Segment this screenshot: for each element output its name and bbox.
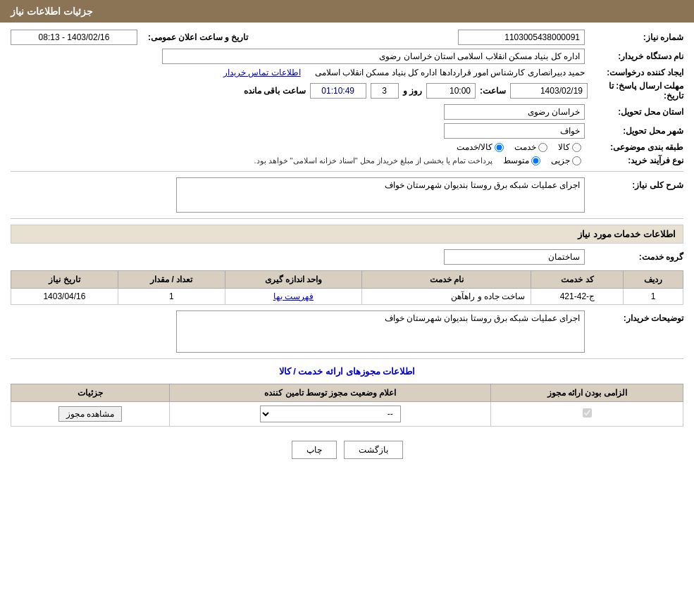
category-radio-group: کالا خدمت کالا/خدمت bbox=[457, 142, 581, 152]
cell-tedad: 1 bbox=[118, 289, 225, 305]
nam-dastgah-label: نام دستگاه خریدار: bbox=[592, 51, 683, 61]
ijad-konande-label: ایجاد کننده درخواست: bbox=[592, 68, 683, 77]
col-nam-khedmat: نام خدمت bbox=[362, 271, 531, 289]
cell-tarikh: 1403/04/16 bbox=[11, 289, 118, 305]
radio-jozii-label: جزیی bbox=[551, 156, 570, 165]
license-table: الزامی بودن ارائه مجوز اعلام وضعیت مجوز … bbox=[11, 384, 683, 427]
ijad-konande-value: حمید دبیرانصاری کارشناس امور قراردادها ا… bbox=[315, 68, 585, 77]
cell-vahed[interactable]: فهرست بها bbox=[225, 289, 361, 305]
saat-label: ساعت: bbox=[480, 86, 506, 96]
tarikh-niaz-value: 1403/02/19 bbox=[510, 83, 588, 99]
back-button[interactable]: بازگشت bbox=[344, 441, 403, 459]
radio-kala: کالا bbox=[558, 142, 581, 152]
tosifat-label: توضیحات خریدار: bbox=[592, 310, 683, 323]
license-checkbox bbox=[583, 408, 592, 417]
col-radif: ردیف bbox=[624, 271, 683, 289]
shomare-niaz-label: شماره نیاز: bbox=[592, 32, 683, 42]
services-table: ردیف کد خدمت نام خدمت واحد اندازه گیری ت… bbox=[11, 270, 683, 305]
col-details: جزئیات bbox=[11, 384, 170, 402]
radio-khedmat-input[interactable] bbox=[538, 143, 547, 152]
license-details-cell: مشاهده مجوز bbox=[11, 402, 170, 427]
shahr-value: خواف bbox=[444, 123, 585, 139]
radio-jozii: جزیی bbox=[551, 156, 581, 165]
footer-buttons: بازگشت چاپ bbox=[11, 441, 683, 459]
nam-dastgah-value: اداره کل بنیاد مسکن انقلاب اسلامی استان … bbox=[162, 49, 585, 64]
radio-kala-khedmat-label: کالا/خدمت bbox=[457, 142, 492, 152]
col-status: اعلام وضعیت مجوز توسط تامین کننده bbox=[170, 384, 491, 402]
col-tarikh: تاریخ نیاز bbox=[11, 271, 118, 289]
shahr-label: شهر محل تحویل: bbox=[592, 126, 683, 136]
table-row: 1 ج-42-421 ساخت جاده و راهآهن فهرست بها … bbox=[11, 289, 683, 305]
baghi-mande-value: 01:10:49 bbox=[310, 83, 366, 99]
radio-motevaset: متوسط bbox=[503, 156, 540, 165]
buyer-desc-textarea[interactable] bbox=[176, 310, 585, 353]
radio-motevaset-input[interactable] bbox=[531, 156, 540, 165]
radio-khedmat-label: خدمت bbox=[514, 142, 536, 152]
radio-kala-khedmat: کالا/خدمت bbox=[457, 142, 504, 152]
ettelaat-tamas-link[interactable]: اطلاعات تماس خریدار bbox=[223, 68, 301, 77]
ostan-value: خراسان رضوی bbox=[444, 104, 585, 120]
radio-jozii-input[interactable] bbox=[572, 156, 581, 165]
tabaqe-bandi-label: طبقه بندی موضوعی: bbox=[592, 142, 683, 152]
roz-label: روز و bbox=[403, 86, 422, 96]
roz-value: 3 bbox=[371, 83, 399, 99]
purchase-type-radio-group: جزیی متوسط bbox=[503, 156, 581, 165]
col-tedad: تعداد / مقدار bbox=[118, 271, 225, 289]
license-section-title: اطلاعات مجوزهای ارائه خدمت / کالا bbox=[11, 366, 683, 377]
col-kod-khedmat: کد خدمت bbox=[531, 271, 624, 289]
tarikh-saet-value: 1403/02/16 - 08:13 bbox=[11, 30, 137, 45]
view-license-button[interactable]: مشاهده مجوز bbox=[58, 406, 122, 422]
shomare-niaz-value: 1103005438000091 bbox=[458, 30, 585, 45]
farayand-desc: پرداخت تمام یا بخشی از مبلغ خریداز محل "… bbox=[254, 156, 492, 165]
radio-kala-khedmat-input[interactable] bbox=[495, 143, 504, 152]
page-title: جزئیات اطلاعات نیاز bbox=[11, 6, 93, 17]
services-section-title: اطلاعات خدمات مورد نیاز bbox=[11, 225, 683, 244]
nooe-farayand-label: نوع فرآیند خرید: bbox=[592, 156, 683, 165]
baghi-mande-label: ساعت باقی مانده bbox=[244, 86, 306, 96]
cell-radif: 1 bbox=[624, 289, 683, 305]
ostan-label: استان محل تحویل: bbox=[592, 107, 683, 117]
gorooh-khedmat-value: ساختمان bbox=[444, 249, 585, 265]
license-row: -- مشاهده مجوز bbox=[11, 402, 683, 427]
col-elzami: الزامی بودن ارائه مجوز bbox=[491, 384, 683, 402]
radio-kala-label: کالا bbox=[558, 142, 570, 152]
saat-value: 10:00 bbox=[426, 83, 476, 99]
print-button[interactable]: چاپ bbox=[292, 441, 337, 459]
license-elzami-cell bbox=[491, 402, 683, 427]
radio-kala-input[interactable] bbox=[572, 143, 581, 152]
license-status-select[interactable]: -- bbox=[260, 406, 401, 422]
gorooh-khedmat-label: گروه خدمت: bbox=[592, 252, 683, 262]
page-header: جزئیات اطلاعات نیاز bbox=[0, 0, 694, 23]
tarikh-saet-label: تاریخ و ساعت اعلان عمومی: bbox=[148, 32, 248, 42]
mohlat-label: مهلت ارسال پاسخ: تا تاریخ: bbox=[592, 81, 683, 101]
sharh-kolli-textarea[interactable] bbox=[176, 177, 585, 213]
radio-motevaset-label: متوسط bbox=[503, 156, 529, 165]
radio-khedmat: خدمت bbox=[514, 142, 547, 152]
main-content: شماره نیاز: 1103005438000091 تاریخ و ساع… bbox=[0, 23, 694, 480]
col-vahed: واحد اندازه گیری bbox=[225, 271, 361, 289]
sharh-kolli-label: شرح کلی نیاز: bbox=[592, 177, 683, 190]
cell-nam-khedmat: ساخت جاده و راهآهن bbox=[362, 289, 531, 305]
license-status-cell: -- bbox=[170, 402, 491, 427]
cell-kod-khedmat: ج-42-421 bbox=[531, 289, 624, 305]
page-container: جزئیات اطلاعات نیاز شماره نیاز: 11030054… bbox=[0, 0, 694, 616]
